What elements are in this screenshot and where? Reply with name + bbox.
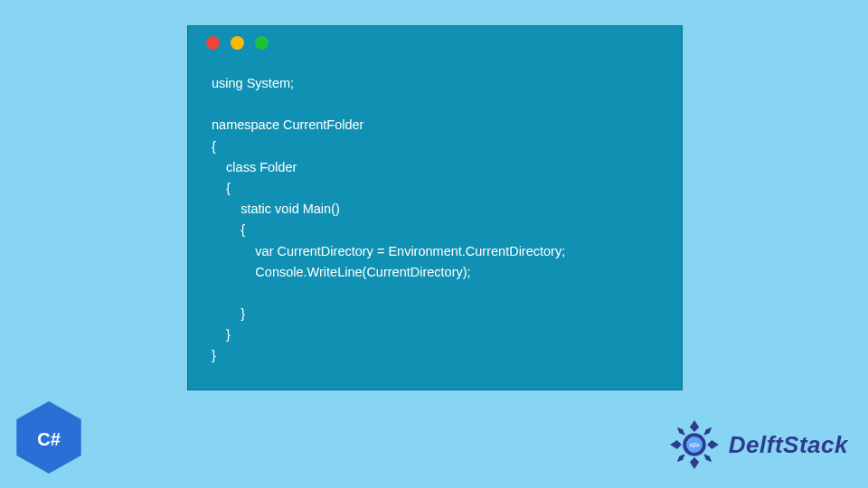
badge-label: C# [37, 429, 61, 449]
window-title-bar [188, 26, 682, 59]
brand-logo: </> DelftStack [665, 416, 848, 474]
minimize-icon [231, 36, 244, 50]
csharp-badge-icon: C# [16, 401, 81, 474]
svg-text:</>: </> [689, 441, 700, 449]
close-icon [206, 36, 220, 50]
code-content: using System; namespace CurrentFolder { … [188, 59, 682, 367]
brand-emblem-icon: </> [665, 416, 723, 474]
maximize-icon [255, 36, 269, 50]
code-window: using System; namespace CurrentFolder { … [187, 25, 683, 390]
brand-name: DelftStack [729, 431, 848, 459]
